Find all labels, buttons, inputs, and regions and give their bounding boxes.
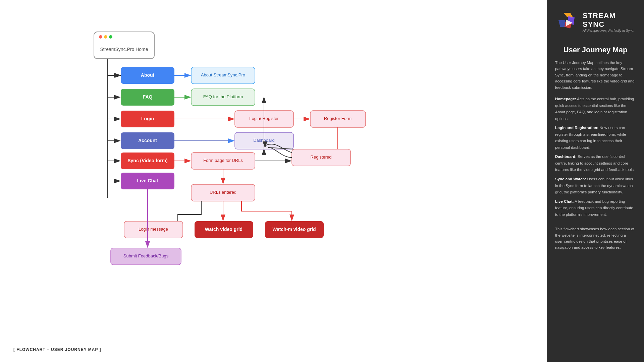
bullet-homepage-label: Homepage:: [555, 97, 576, 101]
about-detail-label: About StreamSync.Pro: [201, 72, 245, 77]
brand-name: STREAM SYNC: [583, 11, 636, 29]
footer-label: [ FLOWCHART – USER JOURNEY MAP ]: [13, 347, 101, 352]
bullet-sync-label: Sync and Watch:: [555, 177, 586, 181]
bullet-dashboard: Dashboard: Serves as the user's control …: [555, 154, 636, 173]
logo-icon: [555, 10, 579, 34]
watchgrid-label: Watch video grid: [205, 227, 243, 232]
regform-label: Register Form: [324, 116, 352, 121]
sidebar-title: User Journey Map: [555, 46, 636, 54]
sidebar-logo: STREAM SYNC All Perspectives, Perfectly …: [555, 10, 636, 34]
registered-label: Registered: [311, 155, 332, 160]
faq-detail-label: FAQ for the Platform: [203, 94, 243, 99]
formpage-label: Form page for URLs: [203, 158, 243, 163]
home-label: StreamSync.Pro Home: [100, 47, 148, 52]
about-label: About: [141, 72, 155, 78]
sidebar: STREAM SYNC All Perspectives, Perfectly …: [547, 0, 644, 362]
flowchart-svg: StreamSync.Pro Home About FAQ Login Acco…: [0, 0, 379, 362]
loginmsg-label: Login message: [139, 227, 168, 232]
urls-label: URLs entered: [210, 190, 236, 195]
sidebar-footer-note: This flowchart showcases how each sectio…: [555, 226, 636, 251]
bullet-login-label: Login and Registration:: [555, 126, 598, 130]
sync-label: Sync (Video form): [127, 158, 168, 163]
watchm-label: Watch-m video grid: [272, 227, 316, 232]
sidebar-brand: STREAM SYNC All Perspectives, Perfectly …: [583, 11, 636, 33]
brand-tagline: All Perspectives, Perfectly in Sync.: [583, 29, 636, 33]
sidebar-bullets: Homepage: Acts as the central hub, provi…: [555, 96, 636, 221]
home-node: [94, 32, 154, 59]
bullet-livechat: Live Chat: A feedback and bug reporting …: [555, 198, 636, 218]
faq-label: FAQ: [143, 94, 153, 100]
bullet-sync: Sync and Watch: Users can input video li…: [555, 176, 636, 196]
submit-label: Submit Feedback/Bugs: [123, 253, 169, 258]
bullet-homepage: Homepage: Acts as the central hub, provi…: [555, 96, 636, 122]
svg-point-6: [104, 35, 107, 39]
svg-point-7: [109, 35, 112, 39]
bullet-dashboard-label: Dashboard:: [555, 155, 577, 159]
account-label: Account: [138, 138, 157, 143]
login-label: Login: [141, 116, 154, 121]
bullet-login: Login and Registration: New users can re…: [555, 125, 636, 151]
svg-point-5: [99, 35, 102, 39]
livechat-label: Live Chat: [137, 178, 158, 183]
main-area: StreamSync.Pro Home About FAQ Login Acco…: [0, 0, 547, 362]
sidebar-description: The User Journey Map outlines the key pa…: [555, 60, 636, 90]
bullet-livechat-label: Live Chat:: [555, 199, 574, 203]
